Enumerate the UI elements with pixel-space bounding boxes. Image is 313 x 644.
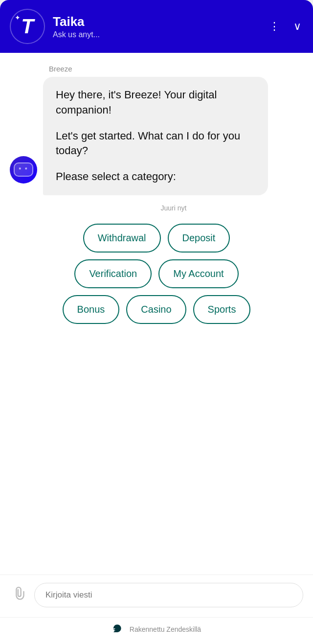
bot-message-line1: Hey there, it's Breeze! Your digital com… <box>56 88 255 118</box>
input-area <box>0 575 313 617</box>
chat-header: ✦ T Taika Ask us anyt... ⋮ ∨ <box>0 0 313 53</box>
my-account-button[interactable]: My Account <box>158 259 238 288</box>
footer-label: Rakennettu Zendeskillä <box>130 625 201 633</box>
bonus-button[interactable]: Bonus <box>63 295 120 324</box>
withdrawal-button[interactable]: Withdrawal <box>83 224 161 253</box>
header-actions: ⋮ ∨ <box>267 18 303 35</box>
message-timestamp: Juuri nyt <box>44 204 303 212</box>
paperclip-icon <box>12 585 25 602</box>
footer: Z Rakennettu Zendeskillä <box>0 617 313 644</box>
collapse-button[interactable]: ∨ <box>291 18 303 35</box>
verification-button[interactable]: Verification <box>74 259 152 288</box>
zendesk-branding: Z Rakennettu Zendeskillä <box>112 624 201 634</box>
deposit-button[interactable]: Deposit <box>168 224 230 253</box>
category-buttons: Withdrawal Deposit Verification My Accou… <box>10 224 303 324</box>
bot-avatar-icon: * * <box>14 162 33 177</box>
menu-button[interactable]: ⋮ <box>267 18 282 35</box>
header-text-block: Taika Ask us anyt... <box>53 14 259 39</box>
logo-letter: T <box>21 16 34 37</box>
zendesk-icon: Z <box>112 624 126 634</box>
category-row-3: Bonus Casino Sports <box>10 295 303 324</box>
bot-message-bubble: Hey there, it's Breeze! Your digital com… <box>43 77 268 195</box>
brand-logo: ✦ T <box>10 9 45 44</box>
category-row-1: Withdrawal Deposit <box>10 224 303 253</box>
message-input[interactable] <box>34 583 303 607</box>
attach-button[interactable] <box>10 583 27 607</box>
bot-message-line3: Please select a category: <box>56 169 255 184</box>
chat-area: Breeze * * Hey there, it's Breeze! Your … <box>0 53 313 575</box>
sports-button[interactable]: Sports <box>193 295 251 324</box>
header-title: Taika <box>53 14 259 29</box>
bot-avatar: * * <box>10 156 37 184</box>
header-subtitle: Ask us anyt... <box>53 30 259 39</box>
sparkle-icon: ✦ <box>15 14 21 22</box>
bot-message-line2: Let's get started. What can I do for you… <box>56 129 255 159</box>
svg-text:Z: Z <box>113 627 115 632</box>
casino-button[interactable]: Casino <box>126 295 186 324</box>
category-row-2: Verification My Account <box>10 259 303 288</box>
bot-message-row: * * Hey there, it's Breeze! Your digital… <box>10 77 303 195</box>
sender-name: Breeze <box>10 65 303 73</box>
